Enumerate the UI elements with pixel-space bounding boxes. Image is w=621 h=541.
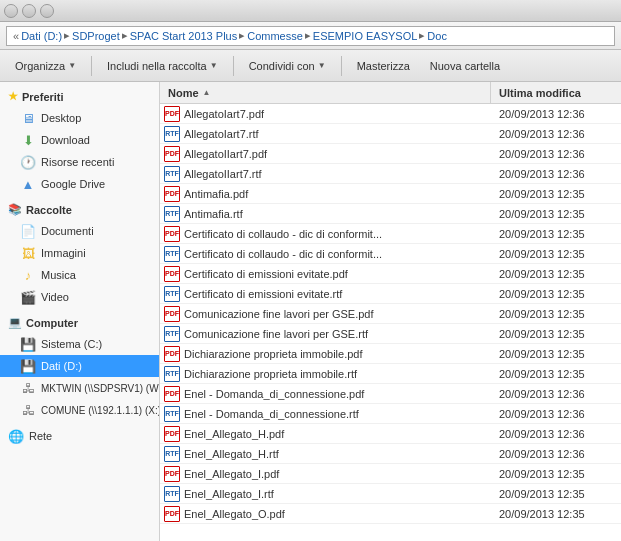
file-name-cell: RTF Enel_Allegato_H.rtf (160, 446, 491, 462)
file-name-cell: RTF Comunicazione fine lavori per GSE.rt… (160, 326, 491, 342)
file-date-cell: 20/09/2013 12:35 (491, 328, 621, 340)
sidebar-item-system[interactable]: 💾 Sistema (C:) (0, 333, 159, 355)
table-row[interactable]: PDF Certificato di collaudo - dic di con… (160, 224, 621, 244)
file-name-cell: PDF Certificato di emissioni evitate.pdf (160, 266, 491, 282)
table-row[interactable]: PDF AllegatoIart7.pdf 20/09/2013 12:36 (160, 104, 621, 124)
table-row[interactable]: PDF AllegatoIIart7.pdf 20/09/2013 12:36 (160, 144, 621, 164)
dati-drive-icon: 💾 (20, 358, 36, 374)
file-name: Antimafia.rtf (184, 208, 243, 220)
file-name-cell: RTF AllegatoIart7.rtf (160, 126, 491, 142)
file-type-icon: PDF (164, 226, 180, 242)
download-icon: ⬇ (20, 132, 36, 148)
sidebar-item-video[interactable]: 🎬 Video (0, 286, 159, 308)
file-name: AllegatoIIart7.rtf (184, 168, 262, 180)
desktop-icon: 🖥 (20, 110, 36, 126)
sidebar-computer-header: 💻 Computer (0, 312, 159, 333)
table-row[interactable]: PDF Comunicazione fine lavori per GSE.pd… (160, 304, 621, 324)
sidebar-item-music[interactable]: ♪ Musica (0, 264, 159, 286)
column-date[interactable]: Ultima modifica (491, 82, 621, 103)
sidebar-item-gdrive[interactable]: ▲ Google Drive (0, 173, 159, 195)
file-name-cell: RTF AllegatoIIart7.rtf (160, 166, 491, 182)
file-type-icon: RTF (164, 286, 180, 302)
file-name: Enel_Allegato_I.pdf (184, 468, 279, 480)
maximize-button[interactable] (40, 4, 54, 18)
file-date-cell: 20/09/2013 12:35 (491, 228, 621, 240)
sidebar-item-dati[interactable]: 💾 Dati (D:) (0, 355, 159, 377)
address-path[interactable]: « Dati (D:) ▸ SDProget ▸ SPAC Start 2013… (6, 26, 615, 46)
sidebar-item-images[interactable]: 🖼 Immagini (0, 242, 159, 264)
file-date-cell: 20/09/2013 12:35 (491, 368, 621, 380)
path-spac[interactable]: SPAC Start 2013 Plus (130, 30, 237, 42)
file-name: Antimafia.pdf (184, 188, 248, 200)
file-name-cell: PDF AllegatoIIart7.pdf (160, 146, 491, 162)
table-row[interactable]: RTF Antimafia.rtf 20/09/2013 12:35 (160, 204, 621, 224)
table-row[interactable]: PDF Antimafia.pdf 20/09/2013 12:35 (160, 184, 621, 204)
table-row[interactable]: RTF AllegatoIart7.rtf 20/09/2013 12:36 (160, 124, 621, 144)
table-row[interactable]: PDF Enel_Allegato_O.pdf 20/09/2013 12:35 (160, 504, 621, 524)
file-date-cell: 20/09/2013 12:35 (491, 348, 621, 360)
sidebar-favorites-header: ★ Preferiti (0, 86, 159, 107)
sidebar-computer-section: 💻 Computer 💾 Sistema (C:) 💾 Dati (D:) 🖧 … (0, 312, 159, 421)
sidebar-item-download[interactable]: ⬇ Download (0, 129, 159, 151)
file-name: Comunicazione fine lavori per GSE.pdf (184, 308, 374, 320)
table-row[interactable]: RTF Certificato di emissioni evitate.rtf… (160, 284, 621, 304)
path-commesse[interactable]: Commesse (247, 30, 303, 42)
table-row[interactable]: RTF Enel_Allegato_H.rtf 20/09/2013 12:36 (160, 444, 621, 464)
table-row[interactable]: RTF Certificato di collaudo - dic di con… (160, 244, 621, 264)
file-type-icon: PDF (164, 106, 180, 122)
path-sdproget[interactable]: SDProget (72, 30, 120, 42)
table-row[interactable]: PDF Dichiarazione proprieta immobile.pdf… (160, 344, 621, 364)
share-button[interactable]: Condividi con ▼ (240, 54, 335, 78)
table-row[interactable]: RTF Enel - Domanda_di_connessione.rtf 20… (160, 404, 621, 424)
table-row[interactable]: PDF Enel_Allegato_H.pdf 20/09/2013 12:36 (160, 424, 621, 444)
images-icon: 🖼 (20, 245, 36, 261)
organize-button[interactable]: Organizza ▼ (6, 54, 85, 78)
close-button[interactable] (4, 4, 18, 18)
file-name-cell: RTF Enel_Allegato_I.rtf (160, 486, 491, 502)
file-type-icon: PDF (164, 266, 180, 282)
file-name-cell: PDF Enel_Allegato_O.pdf (160, 506, 491, 522)
sidebar-item-recent[interactable]: 🕐 Risorse recenti (0, 151, 159, 173)
path-dati[interactable]: Dati (D:) (21, 30, 62, 42)
file-type-icon: RTF (164, 326, 180, 342)
file-name: Certificato di collaudo - dic di conform… (184, 248, 382, 260)
table-row[interactable]: RTF AllegatoIIart7.rtf 20/09/2013 12:36 (160, 164, 621, 184)
new-folder-button[interactable]: Nuova cartella (421, 54, 509, 78)
file-date-cell: 20/09/2013 12:36 (491, 128, 621, 140)
sidebar-item-desktop[interactable]: 🖥 Desktop (0, 107, 159, 129)
file-date-cell: 20/09/2013 12:35 (491, 268, 621, 280)
path-doc[interactable]: Doc (427, 30, 447, 42)
file-date-cell: 20/09/2013 12:35 (491, 248, 621, 260)
sidebar-item-docs[interactable]: 📄 Documenti (0, 220, 159, 242)
minimize-button[interactable] (22, 4, 36, 18)
recent-icon: 🕐 (20, 154, 36, 170)
table-row[interactable]: PDF Enel_Allegato_I.pdf 20/09/2013 12:35 (160, 464, 621, 484)
include-collection-button[interactable]: Includi nella raccolta ▼ (98, 54, 227, 78)
file-date-cell: 20/09/2013 12:35 (491, 288, 621, 300)
sidebar-item-mktwin[interactable]: 🖧 MKTWIN (\\SDPSRV1) (W:) (0, 377, 159, 399)
share-dropdown-arrow: ▼ (318, 61, 326, 70)
file-date-cell: 20/09/2013 12:35 (491, 468, 621, 480)
sidebar-favorites-section: ★ Preferiti 🖥 Desktop ⬇ Download 🕐 Risor… (0, 86, 159, 195)
file-name: AllegatoIIart7.pdf (184, 148, 267, 160)
sidebar-item-network[interactable]: 🌐 Rete (0, 425, 159, 447)
burn-button[interactable]: Masterizza (348, 54, 419, 78)
file-name-cell: PDF Enel_Allegato_H.pdf (160, 426, 491, 442)
file-date-cell: 20/09/2013 12:35 (491, 208, 621, 220)
include-dropdown-arrow: ▼ (210, 61, 218, 70)
sidebar-item-comune[interactable]: 🖧 COMUNE (\\192.1.1.1) (X:) (0, 399, 159, 421)
file-name: Enel - Domanda_di_connessione.pdf (184, 388, 364, 400)
table-row[interactable]: RTF Comunicazione fine lavori per GSE.rt… (160, 324, 621, 344)
file-type-icon: RTF (164, 486, 180, 502)
table-row[interactable]: PDF Certificato di emissioni evitate.pdf… (160, 264, 621, 284)
path-esempio[interactable]: ESEMPIO EASYSOL (313, 30, 418, 42)
table-row[interactable]: RTF Dichiarazione proprieta immobile.rtf… (160, 364, 621, 384)
file-type-icon: RTF (164, 246, 180, 262)
file-name-cell: PDF Enel - Domanda_di_connessione.pdf (160, 386, 491, 402)
file-name: Certificato di emissioni evitate.pdf (184, 268, 348, 280)
sidebar-network-section: 🌐 Rete (0, 425, 159, 447)
table-row[interactable]: PDF Enel - Domanda_di_connessione.pdf 20… (160, 384, 621, 404)
column-name[interactable]: Nome ▲ (160, 82, 491, 103)
file-name-cell: RTF Dichiarazione proprieta immobile.rtf (160, 366, 491, 382)
table-row[interactable]: RTF Enel_Allegato_I.rtf 20/09/2013 12:35 (160, 484, 621, 504)
